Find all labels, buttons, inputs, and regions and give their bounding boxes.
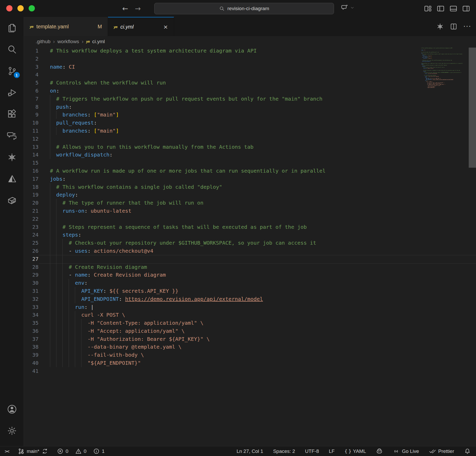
forward-button[interactable]: → <box>135 4 141 12</box>
code-line[interactable]: 7# Triggers the workflow on push or pull… <box>24 95 476 103</box>
code-line[interactable]: 25# Checks-out your repository under $GI… <box>24 239 476 247</box>
toggle-primary-sidebar-button[interactable] <box>436 4 445 13</box>
tab-bar: ym template.yaml M ym ci.yml × ··· <box>24 17 476 36</box>
sidebar-item-chat[interactable] <box>6 129 18 142</box>
code-line[interactable]: 6on: <box>24 87 476 95</box>
line-number: 22 <box>24 215 38 223</box>
go-live-button[interactable]: Go Live <box>393 446 419 456</box>
code-line[interactable]: 4 <box>24 71 476 79</box>
code-line[interactable]: 36-H "Accept: application/yaml" \ <box>24 327 476 335</box>
line-number: 19 <box>24 191 38 199</box>
code-line[interactable]: 16# A workflow run is made up of one or … <box>24 167 476 175</box>
code-line[interactable]: 18# This workflow contains a single job … <box>24 183 476 191</box>
openai-extension-button[interactable] <box>436 23 444 30</box>
code-line[interactable]: 13# Allows you to run this workflow manu… <box>24 143 476 151</box>
encoding-status[interactable]: UTF-8 <box>305 446 319 456</box>
code-line[interactable]: 12 <box>24 135 476 143</box>
code-line[interactable]: 5# Controls when the workflow will run <box>24 79 476 87</box>
copilot-status[interactable] <box>376 446 383 456</box>
breadcrumb-item-file[interactable]: ci.yml <box>92 39 105 44</box>
minimize-window-button[interactable] <box>17 5 24 11</box>
code-line[interactable]: 29- name: Create Revision diagram <box>24 271 476 279</box>
code-line[interactable]: 32API_ENDPOINT: https://demo.revision.ap… <box>24 295 476 303</box>
sidebar-item-run-debug[interactable] <box>6 86 18 99</box>
line-number: 26 <box>24 247 38 255</box>
code-line[interactable]: 17jobs: <box>24 175 476 183</box>
line-number: 25 <box>24 239 38 247</box>
files-icon <box>7 23 17 33</box>
scrollbar[interactable] <box>469 48 476 168</box>
code-line[interactable]: 35-H "Content-Type: application/yaml" \ <box>24 319 476 327</box>
settings-button[interactable] <box>6 425 18 437</box>
breadcrumb-item-github[interactable]: .github <box>36 39 50 44</box>
minimap[interactable]: 1# This workflow deploys a test system a… <box>421 48 469 446</box>
toggle-secondary-sidebar-button[interactable] <box>462 4 470 13</box>
breadcrumb-item-workflows[interactable]: workflows <box>57 39 79 44</box>
cursor-position[interactable]: Ln 27, Col 1 <box>236 446 263 456</box>
notifications-button[interactable] <box>464 446 471 456</box>
code-editor[interactable]: 1# This workflow deploys a test system a… <box>24 47 476 446</box>
code-line[interactable]: 39--fail-with-body \ <box>24 351 476 359</box>
split-editor-button[interactable] <box>450 23 458 30</box>
line-number: 6 <box>24 87 38 95</box>
tab-ci-yml[interactable]: ym ci.yml × <box>108 17 174 36</box>
command-center-search[interactable]: revision-ci-diagram <box>154 3 334 14</box>
code-line[interactable]: 15 <box>24 159 476 167</box>
chat-dropdown-button[interactable] <box>341 4 354 11</box>
problems-status[interactable]: 0 0 1 <box>57 446 105 456</box>
container-icon <box>7 196 17 205</box>
close-tab-icon[interactable]: × <box>163 24 168 30</box>
code-line[interactable]: 41 <box>24 367 476 375</box>
code-line[interactable]: 20# The type of runner that the job will… <box>24 199 476 207</box>
code-line[interactable]: 9branches: ["main"] <box>24 111 476 119</box>
sidebar-item-openai[interactable] <box>6 151 18 164</box>
yaml-file-icon: ym <box>114 25 117 29</box>
toggle-panel-button[interactable] <box>449 4 458 13</box>
code-line[interactable]: 14workflow_dispatch: <box>24 151 476 159</box>
code-line[interactable]: 23# Steps represent a sequence of tasks … <box>24 223 476 231</box>
customize-layout-button[interactable] <box>424 4 432 13</box>
code-line[interactable]: 33run: | <box>24 303 476 311</box>
activity-bar: 1 <box>0 17 24 446</box>
code-line[interactable]: 30env: <box>24 279 476 287</box>
account-button[interactable] <box>6 403 18 415</box>
tab-template-yaml[interactable]: ym template.yaml M <box>24 17 108 36</box>
code-line[interactable]: 34curl -X POST \ <box>24 311 476 319</box>
code-line[interactable]: 8push: <box>24 103 476 111</box>
code-line[interactable]: 24steps: <box>24 231 476 239</box>
code-line[interactable]: 1# This workflow deploys a test system a… <box>24 47 476 55</box>
remote-indicator[interactable]: >< <box>5 446 9 456</box>
code-line[interactable]: 31API_KEY: ${{ secrets.API_KEY }} <box>24 287 476 295</box>
line-number: 37 <box>24 335 38 343</box>
branch-status[interactable]: main* <box>18 446 48 456</box>
code-line[interactable]: 19deploy: <box>24 191 476 199</box>
back-button[interactable]: ← <box>122 4 128 12</box>
maximize-window-button[interactable] <box>29 5 35 11</box>
line-number: 12 <box>24 135 38 143</box>
indentation-status[interactable]: Spaces: 2 <box>273 446 295 456</box>
sidebar-item-search[interactable] <box>6 43 18 56</box>
code-line[interactable]: 3name: CI <box>24 63 476 71</box>
line-number: 30 <box>24 279 38 287</box>
sidebar-item-source-control[interactable]: 1 <box>6 65 18 77</box>
code-line[interactable]: 38--data-binary @template.yaml \ <box>24 343 476 351</box>
sidebar-item-extensions[interactable] <box>6 108 18 120</box>
code-line[interactable]: 22 <box>24 215 476 223</box>
language-mode[interactable]: { }YAML <box>344 446 366 456</box>
code-line[interactable]: 37-H "Authorization: Bearer ${API_KEY}" … <box>24 335 476 343</box>
prettier-status[interactable]: Prettier <box>429 446 454 456</box>
sidebar-item-pyramid-extension[interactable] <box>6 173 18 185</box>
code-line[interactable]: 28# Create Revision diagram <box>24 263 476 271</box>
code-line[interactable]: 11branches: ["main"] <box>24 127 476 135</box>
code-line[interactable]: 40"${API_ENDPOINT}" <box>24 359 476 367</box>
close-window-button[interactable] <box>6 5 12 11</box>
sidebar-item-explorer[interactable] <box>6 22 18 34</box>
code-line[interactable]: 26- uses: actions/checkout@v4 <box>24 247 476 255</box>
code-line[interactable]: 2 <box>24 55 476 63</box>
code-line[interactable]: 10pull_request: <box>24 119 476 127</box>
code-line[interactable]: 27 <box>24 255 476 263</box>
eol-status[interactable]: LF <box>329 446 335 456</box>
sidebar-item-container-extension[interactable] <box>6 194 18 207</box>
code-line[interactable]: 21runs-on: ubuntu-latest <box>24 207 476 215</box>
more-actions-button[interactable]: ··· <box>463 23 471 30</box>
